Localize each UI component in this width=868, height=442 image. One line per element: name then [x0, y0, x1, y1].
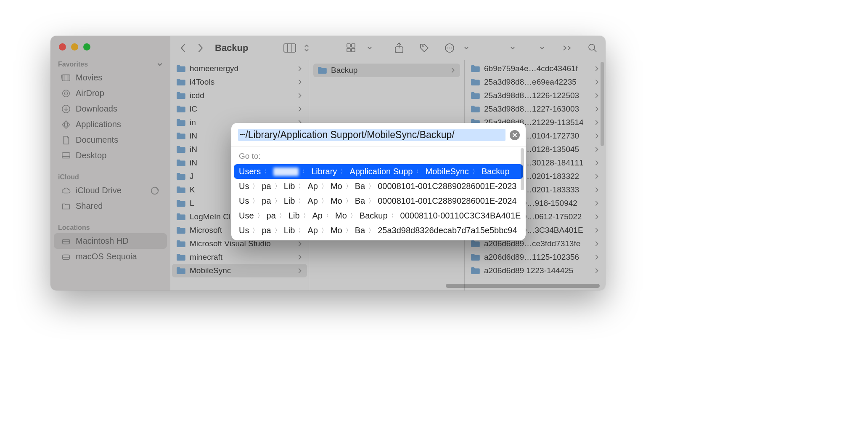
minimize-window-button[interactable] — [71, 43, 78, 51]
crumb-segment: 25a3d98d8326decab7d7a15e5bbc94 — [378, 226, 517, 235]
chevron-right-icon: 〉 — [257, 212, 263, 220]
applications-icon — [61, 120, 71, 129]
sidebar-item-desktop[interactable]: Desktop — [54, 148, 167, 163]
folder-row[interactable]: iC — [172, 102, 307, 116]
sidebar-item-applications[interactable]: Applications — [54, 117, 167, 132]
sidebar-section-header[interactable]: Favorites — [50, 58, 170, 70]
more-button[interactable] — [561, 42, 574, 54]
chevron-right-icon: 〉 — [350, 212, 356, 220]
folder-row[interactable]: i4Tools — [172, 75, 307, 89]
sidebar-item-movies[interactable]: Movies — [54, 70, 167, 85]
clear-input-button[interactable] — [510, 130, 520, 140]
cloud-icon — [61, 186, 71, 195]
svg-point-28 — [589, 44, 595, 50]
share-button[interactable] — [393, 42, 405, 54]
folder-icon — [176, 173, 185, 180]
sidebar-item-label: Shared — [76, 201, 103, 211]
sidebar-item-icloud-drive[interactable]: iCloud Drive — [54, 183, 167, 198]
view-sort-button[interactable] — [300, 42, 313, 54]
folder-row[interactable]: 25a3d98d8…e69ea42235 — [466, 75, 604, 89]
goto-suggestion[interactable]: Us〉pa〉Lib〉Ap〉Mo〉Ba〉00008101-001C28890286… — [231, 194, 526, 208]
chevron-right-icon — [451, 67, 455, 73]
crumb-segment: Ap — [307, 196, 318, 206]
crumb-segment: Ba — [355, 196, 365, 206]
sidebar-item-shared[interactable]: Shared — [54, 198, 167, 214]
folder-row[interactable]: a206d6d89…1125-102356 — [466, 250, 604, 264]
chevron-right-icon — [298, 241, 302, 247]
action-button[interactable] — [443, 42, 456, 54]
group-menu-button[interactable] — [363, 42, 376, 54]
goto-suggestion[interactable]: Us〉pa〉Lib〉Ap〉Mo〉Ba〉25a3d98d8326decab7d7a… — [231, 223, 526, 238]
chevron-right-icon: 〉 — [368, 197, 374, 205]
scrollbar[interactable] — [521, 148, 524, 190]
folder-name: homeenergyd — [190, 64, 294, 73]
folder-name: 6b9e759a4e…4cdc43461f — [484, 64, 590, 73]
sidebar-item-downloads[interactable]: Downloads — [54, 101, 167, 117]
scrollbar[interactable] — [601, 62, 604, 146]
folder-icon — [176, 159, 185, 167]
chevron-right-icon: 〉 — [252, 227, 258, 234]
close-window-button[interactable] — [59, 43, 66, 51]
folder-row[interactable]: homeenergyd — [172, 62, 307, 75]
folder-icon — [471, 267, 480, 274]
view-columns-button[interactable] — [283, 42, 296, 54]
chevron-right-icon: 〉 — [298, 197, 304, 205]
crumb-segment: MobileSync — [425, 167, 468, 176]
back-button[interactable] — [177, 42, 190, 54]
action-menu-button[interactable] — [460, 42, 473, 54]
sidebar-item-documents[interactable]: Documents — [54, 132, 167, 148]
crumb-segment: Use — [239, 211, 254, 221]
folder-icon — [471, 240, 480, 248]
goto-path-input[interactable]: ~/Library/Application Support/MobileSync… — [238, 129, 505, 141]
folder-name: MobileSync — [190, 266, 294, 275]
folder-row[interactable]: 25a3d98d8…1226-122503 — [466, 89, 604, 102]
tags-button[interactable] — [418, 42, 431, 54]
sidebar-item-label: Downloads — [76, 104, 117, 114]
chevron-right-icon — [595, 254, 599, 260]
crumb-segment: Lib — [284, 226, 295, 235]
chevron-right-icon: 〉 — [346, 197, 352, 205]
overflow-button-1[interactable] — [506, 42, 519, 54]
folder-name: a206d6d89…ce3fdd7313fe — [484, 239, 590, 248]
folder-name: 25a3d98d8…e69ea42235 — [484, 77, 590, 87]
sidebar-section-header[interactable]: iCloud — [50, 171, 170, 183]
folder-icon — [176, 253, 185, 261]
goto-suggestion[interactable]: Users〉〉Library〉Application Supp〉MobileSy… — [234, 164, 523, 179]
crumb-segment: Application Supp — [349, 167, 413, 176]
group-button[interactable] — [347, 42, 359, 54]
sidebar-item-label: iCloud Drive — [76, 186, 122, 195]
sidebar-item-macintosh-hd[interactable]: Macintosh HD — [54, 233, 167, 249]
folder-row[interactable]: 6b9e759a4e…4cdc43461f — [466, 62, 604, 75]
folder-row[interactable]: icdd — [172, 89, 307, 102]
sidebar-item-macos-sequoia[interactable]: macOS Sequoia — [54, 249, 167, 264]
chevron-right-icon: 〉 — [303, 212, 309, 220]
forward-button[interactable] — [194, 42, 206, 54]
goto-suggestion[interactable]: Use〉pa〉Lib〉Ap〉Mo〉Backup〉00008110-00110C3… — [231, 208, 526, 223]
folder-row[interactable]: 25a3d98d8…1227-163003 — [466, 102, 604, 116]
svg-rect-0 — [62, 75, 70, 81]
crumb-segment: pa — [262, 196, 271, 206]
sidebar: FavoritesMoviesAirDropDownloadsApplicati… — [50, 36, 170, 290]
crumb-segment: Backup — [482, 167, 510, 176]
desktop-icon — [61, 151, 71, 160]
crumb-segment: pa — [267, 211, 276, 221]
folder-row[interactable]: Backup — [313, 64, 460, 77]
chevron-right-icon: 〉 — [321, 183, 327, 190]
svg-point-23 — [422, 46, 423, 47]
search-button[interactable] — [586, 42, 599, 54]
chevron-right-icon — [595, 146, 599, 152]
chevron-right-icon: 〉 — [298, 183, 304, 190]
sidebar-section-header[interactable]: Locations — [50, 221, 170, 233]
folder-row[interactable]: a206d6d89 1223-144425 — [466, 264, 604, 277]
folder-row[interactable]: minecraft — [172, 250, 307, 264]
sidebar-item-airdrop[interactable]: AirDrop — [54, 85, 167, 101]
zoom-window-button[interactable] — [83, 43, 90, 51]
crumb-segment: 00008101-001C28890286001E-2023 — [378, 181, 516, 191]
folder-row[interactable]: MobileSync — [172, 264, 307, 277]
chevron-right-icon — [595, 66, 599, 72]
goto-suggestion[interactable]: Us〉pa〉Lib〉Ap〉Mo〉Ba〉00008101-001C28890286… — [231, 179, 526, 194]
chevron-right-icon — [298, 106, 302, 112]
sidebar-item-label: Documents — [76, 135, 118, 145]
overflow-button-2[interactable] — [536, 42, 548, 54]
horizontal-scrollbar[interactable] — [172, 284, 600, 288]
